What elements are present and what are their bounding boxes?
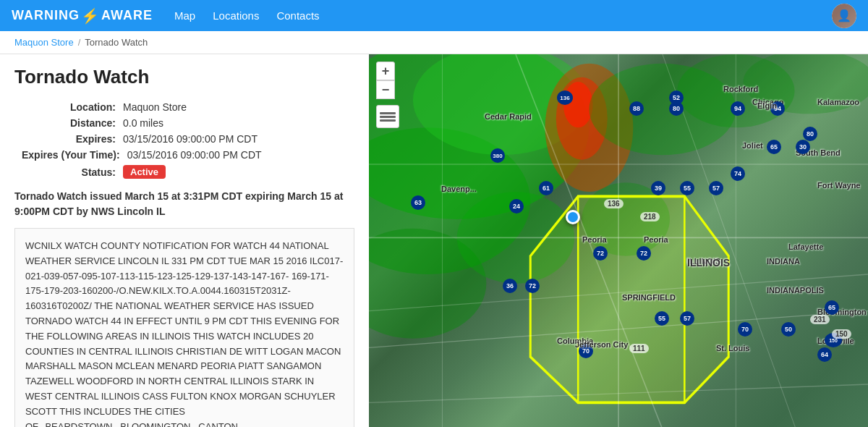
location-value: Maquon Store [123, 101, 187, 113]
shield-111: 111 [629, 344, 649, 353]
logo-warning: Warning [12, 8, 80, 23]
city-jefferson: Jefferson City [575, 340, 628, 349]
shield-30b: 136 [557, 90, 573, 105]
city-springfield: SPRINGFIELD [622, 293, 676, 302]
city-indianapolis: INDIANAPOLIS [767, 286, 824, 295]
map-panel: Chicago South Bend Cedar Rapid Davenp...… [369, 54, 868, 427]
shield-50: 50 [781, 322, 796, 337]
layers-button[interactable] [376, 105, 399, 128]
shield-57b: 57 [680, 311, 694, 326]
expires-row: Expires: 03/15/2016 09:00:00 PM CDT [22, 133, 354, 145]
header: Warning ⚡ Aware Map Locations Contacts 👤 [0, 0, 868, 31]
city-fortwayne: Fort Wayne [817, 181, 861, 190]
expires-local-value: 03/15/2016 09:00:00 PM CDT [127, 149, 262, 161]
layer-line-2 [380, 116, 396, 118]
city-lafayette: Lafayette [788, 242, 823, 251]
page-title: Tornado Watch [14, 66, 354, 88]
nav-map[interactable]: Map [174, 9, 195, 22]
shield-65: 65 [767, 140, 781, 154]
city-elgin: Elgin [757, 101, 777, 110]
expires-label: Expires: [22, 133, 123, 145]
map-svg-overlay [369, 54, 868, 427]
shield-218: 218 [640, 212, 660, 221]
shield-231: 231 [810, 315, 830, 324]
left-panel: Tornado Watch Location: Maquon Store Dis… [0, 54, 369, 427]
shield-57: 57 [709, 181, 723, 195]
city-st-louis: St. Louis [716, 344, 749, 352]
shield-72b: 72 [593, 246, 608, 261]
main-nav: Map Locations Contacts [174, 9, 832, 22]
logo: Warning ⚡ Aware [12, 7, 153, 25]
shield-74: 74 [731, 166, 745, 181]
location-label: Location: [22, 101, 123, 113]
breadcrumb: Maquon Store / Tornado Watch [0, 31, 868, 54]
city-peoria2: Peoria [582, 235, 607, 244]
avatar-image: 👤 [832, 4, 856, 28]
city-davenport: Davenp... [441, 185, 477, 193]
alert-summary: Tornado Watch issued March 15 at 3:31PM … [14, 189, 354, 219]
shield-24: 24 [509, 199, 524, 214]
status-badge: Active [123, 165, 166, 179]
shield-70: 70 [738, 322, 752, 337]
map-pin [566, 210, 580, 224]
shield-94: 94 [731, 101, 745, 116]
shield-72: 72 [637, 246, 651, 261]
status-row: Status: Active [22, 165, 354, 179]
alert-info-table: Location: Maquon Store Distance: 0.0 mil… [22, 101, 354, 179]
shield-39: 39 [651, 181, 665, 195]
nav-contacts[interactable]: Contacts [276, 9, 319, 22]
expires-local-row: Expires (Your Time): 03/15/2016 09:00:00… [22, 149, 354, 161]
layer-line-3 [380, 119, 396, 122]
location-row: Location: Maquon Store [22, 101, 354, 113]
distance-label: Distance: [22, 117, 123, 129]
shield-52: 52 [669, 90, 684, 105]
shield-55b: 55 [655, 311, 669, 326]
shield-30: 30 [796, 140, 810, 154]
distance-row: Distance: 0.0 miles [22, 117, 354, 129]
logo-aware: Aware [101, 8, 153, 23]
indiana-label: INDIANA [767, 257, 800, 266]
shield-72c: 72 [525, 279, 540, 293]
layer-line-1 [380, 112, 396, 114]
alert-body[interactable]: WCNILX WATCH COUNTY NOTIFICATION FOR WAT… [14, 228, 354, 427]
shield-136: 136 [604, 199, 624, 208]
shield-64: 64 [817, 347, 832, 362]
shield-150b: 150 [832, 329, 851, 339]
city-joliet: Joliet [742, 141, 763, 150]
shield-80b: 80 [803, 127, 817, 141]
map-controls: + − [376, 62, 399, 128]
city-cedar-rapids: Cedar Rapid [485, 112, 532, 121]
city-peoria: Peoria [644, 235, 668, 244]
pin-circle [566, 210, 580, 224]
city-rockford: Rockford [723, 85, 758, 93]
shield-55: 55 [680, 181, 694, 195]
main-content: Tornado Watch Location: Maquon Store Dis… [0, 54, 868, 427]
breadcrumb-parent[interactable]: Maquon Store [14, 37, 74, 48]
shield-61: 61 [539, 181, 553, 195]
breadcrumb-separator: / [78, 37, 81, 48]
expires-local-label: Expires (Your Time): [22, 149, 127, 161]
shield-380: 380 [490, 148, 505, 163]
expires-value: 03/15/2016 09:00:00 PM CDT [123, 133, 258, 145]
city-kalamazoo: Kalamazoo [817, 98, 859, 106]
shield-36: 36 [503, 279, 517, 293]
illinois-label: ILLINOIS [687, 257, 730, 269]
shield-88: 88 [629, 101, 644, 116]
zoom-out-button[interactable]: − [376, 80, 395, 99]
nav-locations[interactable]: Locations [213, 9, 259, 22]
shield-63: 63 [411, 195, 425, 210]
lightning-icon: ⚡ [81, 7, 100, 25]
breadcrumb-current: Tornado Watch [85, 37, 148, 48]
shield-65b: 65 [825, 300, 839, 315]
map-container[interactable]: Chicago South Bend Cedar Rapid Davenp...… [369, 54, 868, 427]
status-label: Status: [22, 166, 123, 178]
zoom-in-button[interactable]: + [376, 62, 395, 80]
distance-value: 0.0 miles [123, 117, 163, 129]
user-avatar[interactable]: 👤 [832, 4, 856, 28]
